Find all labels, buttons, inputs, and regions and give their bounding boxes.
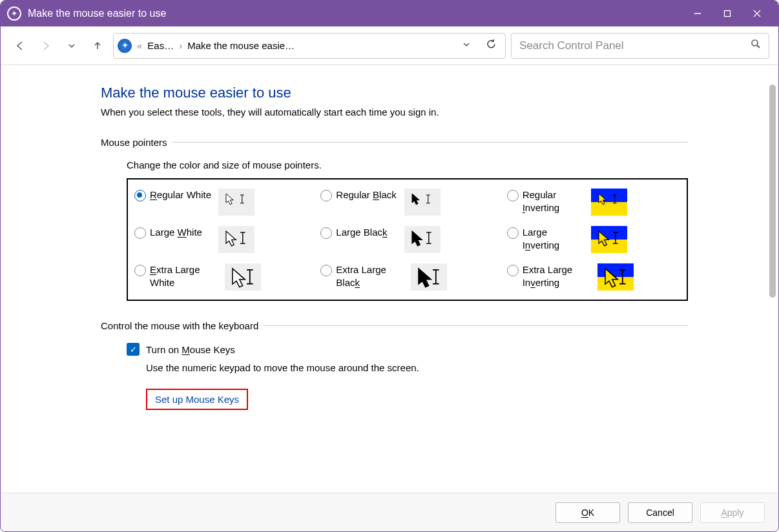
search-icon[interactable] <box>751 39 761 52</box>
pointer-option-label: Large Inverting <box>523 226 587 251</box>
content-area: Make the mouse easier to use When you se… <box>1 65 778 491</box>
radio-button[interactable] <box>134 190 146 201</box>
pointer-option[interactable]: Regular Black <box>314 183 500 221</box>
pointer-option-label: Extra Large Black <box>336 263 407 289</box>
cancel-button[interactable]: Cancel <box>628 502 692 523</box>
pointer-option[interactable]: Extra Large Inverting <box>501 258 687 296</box>
pointer-option-label: Regular Inverting <box>523 189 587 214</box>
refresh-button[interactable] <box>481 39 501 53</box>
footer: OK Cancel Apply <box>1 493 778 531</box>
breadcrumb-item[interactable]: Eas… <box>147 40 174 51</box>
pointer-option[interactable]: Extra Large White <box>128 258 314 296</box>
minimize-button[interactable] <box>683 1 712 26</box>
mouse-keys-checkbox[interactable]: ✓ <box>127 343 140 356</box>
pointers-desc: Change the color and size of mouse point… <box>127 159 688 170</box>
pointer-options-grid: Regular White Regular Black Regular Inve… <box>127 178 688 301</box>
pointer-option[interactable]: Large White <box>128 221 314 258</box>
apply-button[interactable]: Apply <box>700 502 765 523</box>
pointer-preview <box>404 189 441 216</box>
pointer-option-label: Extra Large Inverting <box>523 263 594 289</box>
pointer-option-label: Extra Large White <box>150 263 221 289</box>
setup-mouse-keys-highlight: Set up Mouse Keys <box>146 389 248 410</box>
address-dropdown[interactable] <box>456 40 477 51</box>
search-bar[interactable] <box>511 33 769 59</box>
forward-button[interactable] <box>36 34 56 57</box>
pointer-option-label: Regular Black <box>336 189 400 201</box>
setup-mouse-keys-link[interactable]: Set up Mouse Keys <box>155 394 239 405</box>
page-title: Make the mouse easier to use <box>101 85 688 101</box>
pointer-option-label: Large White <box>150 226 214 239</box>
radio-button[interactable] <box>134 265 146 276</box>
pointer-preview <box>404 226 441 253</box>
section-heading-pointers: Mouse pointers <box>101 137 688 148</box>
svg-line-5 <box>757 45 760 48</box>
pointer-option[interactable]: Large Inverting <box>501 221 687 258</box>
scrollbar[interactable] <box>769 65 777 491</box>
search-input[interactable] <box>519 39 751 52</box>
pointer-preview <box>591 226 627 253</box>
page-subtitle: When you select these tools, they will a… <box>101 107 688 118</box>
radio-button[interactable] <box>320 190 332 201</box>
maximize-button[interactable] <box>712 1 742 26</box>
chevron-right-icon: › <box>178 40 183 51</box>
up-button[interactable] <box>87 34 108 57</box>
pointer-option[interactable]: Regular Inverting <box>501 183 687 221</box>
radio-button[interactable] <box>134 227 146 239</box>
radio-button[interactable] <box>320 227 332 239</box>
breadcrumb-item[interactable]: Make the mouse easie… <box>187 40 295 51</box>
pointer-preview <box>218 189 254 216</box>
pointer-preview <box>218 226 254 253</box>
section-heading-keyboard: Control the mouse with the keyboard <box>101 320 688 331</box>
pointer-option[interactable]: Large Black <box>314 221 500 258</box>
back-button[interactable] <box>10 34 30 57</box>
control-panel-icon: ✦ <box>118 39 132 53</box>
pointer-option[interactable]: Extra Large Black <box>314 258 500 296</box>
navbar: ✦ « Eas… › Make the mouse easie… <box>1 26 778 65</box>
radio-button[interactable] <box>320 265 332 276</box>
pointer-option-label: Large Black <box>336 226 400 239</box>
mouse-keys-label[interactable]: Turn on Mouse Keys <box>146 344 235 355</box>
app-icon: ✦ <box>7 6 21 21</box>
radio-button[interactable] <box>507 227 519 239</box>
radio-button[interactable] <box>507 190 519 201</box>
breadcrumb-overflow[interactable]: « <box>136 40 143 51</box>
pointer-preview <box>225 263 261 291</box>
pointer-option[interactable]: Regular White <box>128 183 314 221</box>
mouse-keys-desc: Use the numeric keypad to move the mouse… <box>146 362 688 373</box>
svg-rect-1 <box>725 11 731 17</box>
radio-button[interactable] <box>507 265 519 276</box>
recent-dropdown[interactable] <box>61 34 82 57</box>
pointer-preview <box>597 263 634 291</box>
window-title: Make the mouse easier to use <box>28 8 683 19</box>
close-button[interactable] <box>742 1 772 26</box>
pointer-preview <box>411 263 447 291</box>
ok-button[interactable]: OK <box>556 502 620 523</box>
pointer-preview <box>591 189 627 216</box>
pointer-option-label: Regular White <box>150 189 214 201</box>
titlebar: ✦ Make the mouse easier to use <box>1 1 778 26</box>
address-bar[interactable]: ✦ « Eas… › Make the mouse easie… <box>113 33 506 59</box>
svg-point-4 <box>752 40 758 46</box>
